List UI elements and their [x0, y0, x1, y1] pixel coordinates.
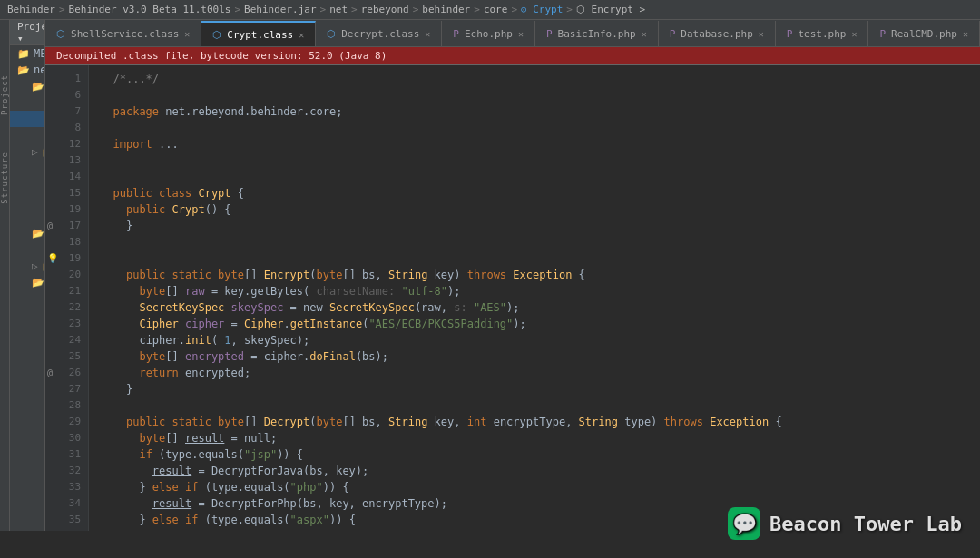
line-14: 14: [45, 169, 88, 185]
line-19: 19: [45, 201, 88, 218]
tree-item-loader[interactable]: ▣ Loader.dll: [10, 437, 45, 454]
close-icon[interactable]: ✕: [184, 29, 190, 39]
line-12: 12: [45, 136, 88, 152]
tab-database[interactable]: P Database.php ✕: [659, 21, 776, 46]
sep1: >: [59, 4, 65, 15]
tree-item-net[interactable]: 📂 net.rebeyond.behinder: [10, 62, 44, 78]
wechat-icon: 💬: [728, 507, 760, 540]
tree-content: 📁 META-INF 📂 net.rebeyond.behinder 📂 cor…: [10, 45, 44, 486]
folder-icon: 📂: [32, 277, 44, 289]
line-18: 18: [45, 234, 88, 250]
bc-crypt: ⊙ Crypt: [521, 4, 563, 15]
class-icon: ⬡: [327, 28, 336, 40]
code-editor[interactable]: 1 6 7 8 12 13 14 15 19 17@ 18 19💡 20 21 …: [45, 65, 980, 531]
tree-item-plugin-submit[interactable]: C PluginSubmitCallBack: [10, 176, 45, 192]
folder-icon: 📂: [32, 228, 44, 240]
tree-item-database[interactable]: ▣ Database.dll: [10, 372, 45, 388]
main-layout: Project Structure Project ▾ ⟳ ≡ ⚙ 📁 META…: [0, 20, 980, 531]
app-name: Behinder: [7, 4, 55, 15]
tree-item-decrypt[interactable]: C Decrypt: [10, 127, 45, 143]
class-icon: ⬡: [56, 28, 65, 40]
annotation-marker-2: @: [47, 365, 53, 381]
tree-label: META-INF: [34, 47, 44, 60]
bc-net: net: [329, 4, 348, 15]
close-icon[interactable]: ✕: [518, 29, 524, 39]
line-6: 6: [45, 87, 88, 103]
info-message: Decompiled .class file, bytecode version…: [56, 50, 387, 62]
close-icon[interactable]: ✕: [851, 29, 857, 39]
tree-item-meta-inf[interactable]: 📁 META-INF: [10, 45, 44, 62]
code-content: /*...*/ package net.rebeyond.behinder.co…: [89, 65, 980, 531]
project-tab-label[interactable]: Project: [0, 74, 9, 115]
tree-item-asp[interactable]: 📁 asp: [10, 290, 45, 307]
tab-label: test.php: [798, 28, 846, 40]
tree-item-cmd[interactable]: ▣ Cmd.dll: [10, 339, 45, 356]
folder-icon: 📁: [42, 260, 44, 272]
tab-label: RealCMD.php: [891, 28, 957, 40]
line-28: 28: [45, 397, 88, 414]
tab-echo[interactable]: P Echo.php ✕: [442, 21, 535, 46]
line-23: 23: [45, 316, 88, 332]
line-26: 26@: [45, 365, 88, 381]
tree-item-shellservice[interactable]: C ShellService: [10, 209, 45, 225]
close-icon[interactable]: ✕: [425, 29, 430, 39]
close-icon[interactable]: ✕: [642, 29, 647, 39]
tree-item-dao[interactable]: 📂 dao: [10, 225, 44, 241]
close-icon[interactable]: ✕: [299, 30, 304, 40]
tree-item-loadnative[interactable]: ▣ LoadNativeLibrary.dll: [10, 454, 45, 470]
bulb-marker: 💡: [47, 250, 58, 267]
info-bar: Decompiled .class file, bytecode version…: [45, 47, 980, 65]
tree-item-fileoperation[interactable]: ▣ FileOperation.dll: [10, 421, 45, 437]
tab-label: Database.php: [681, 28, 752, 40]
tree-item-echo[interactable]: ▣ Echo.dll: [10, 388, 45, 405]
tab-realcmd[interactable]: P RealCMD.php ✕: [868, 21, 980, 46]
close-icon[interactable]: ✕: [963, 29, 968, 39]
close-icon[interactable]: ✕: [759, 29, 764, 39]
watermark: 💬 Beacon Tower Lab: [728, 507, 962, 540]
bc-rebeyond: rebeyond: [361, 4, 409, 15]
tree-item-basicinfo[interactable]: ▣ BasicInfo.dll: [10, 323, 45, 339]
editor-area: ⬡ ShellService.class ✕ ⬡ Crypt.class ✕ ⬡…: [45, 20, 980, 531]
structure-tab-label[interactable]: Structure: [0, 152, 9, 204]
line-7: 7: [45, 103, 88, 120]
tree-item-crypt[interactable]: C Crypt: [10, 111, 45, 127]
tree-item-constants[interactable]: C Constants: [10, 94, 45, 111]
tree-item-connectback[interactable]: ▣ ConnectBack.dll: [10, 356, 45, 372]
sidebar-header: Project ▾ ⟳ ≡ ⚙: [10, 20, 44, 45]
tab-decrypt[interactable]: ⬡ Decrypt.class ✕: [316, 21, 442, 46]
tab-label: ShellService.class: [71, 28, 179, 40]
tab-shellservice[interactable]: ⬡ ShellService.class ✕: [45, 21, 201, 46]
tab-crypt[interactable]: ⬡ Crypt.class ✕: [201, 21, 316, 46]
tree-item-plugin-result[interactable]: C PluginResultCallBack: [10, 160, 45, 176]
bc-encrypt: ⬡ Encrypt >: [576, 4, 645, 15]
line-13: 13: [45, 152, 88, 169]
line-29: 29: [45, 414, 88, 430]
tree-item-plugin-tools[interactable]: C PluginTools: [10, 192, 45, 209]
tree-item-eval[interactable]: ▣ Eval.dll: [10, 405, 45, 421]
tab-test[interactable]: P test.php ✕: [776, 21, 869, 46]
line-17: 17@: [45, 218, 88, 234]
watermark-label: Beacon Tower Lab: [769, 513, 962, 535]
line-1: 1: [45, 71, 88, 87]
tab-basicinfo[interactable]: P BasicInfo.php ✕: [535, 21, 659, 46]
left-gutter: Project Structure: [0, 20, 10, 531]
folder-icon: 📂: [17, 64, 30, 76]
tree-item-entity[interactable]: ▷ 📁 entity: [10, 258, 44, 274]
tree-item-shellmanager[interactable]: C ShellManager: [10, 241, 45, 258]
php-icon: P: [546, 28, 553, 40]
bc-jar: Behinder.jar: [244, 4, 316, 15]
line-31: 31: [45, 446, 88, 463]
tree-item-core[interactable]: 📂 core: [10, 78, 44, 94]
line-34: 34: [45, 495, 88, 512]
line-36: 36: [45, 528, 88, 531]
tree-item-portmap[interactable]: ▣ PortMap.dll: [10, 470, 45, 486]
bc-core: core: [484, 4, 508, 15]
arrow-icon: ▷: [32, 260, 38, 272]
tree-item-csharp[interactable]: 📂 csharp: [10, 307, 45, 323]
php-icon: P: [787, 28, 793, 40]
tree-item-payload[interactable]: 📂 payload: [10, 274, 44, 290]
line-35: 35: [45, 512, 88, 528]
tree-item-params[interactable]: ▷ 📁 Params: [10, 143, 44, 160]
title-bar: Behinder > Behinder_v3.0_Beta_11.t00ls >…: [0, 0, 980, 20]
class-icon: ⬡: [212, 29, 221, 41]
